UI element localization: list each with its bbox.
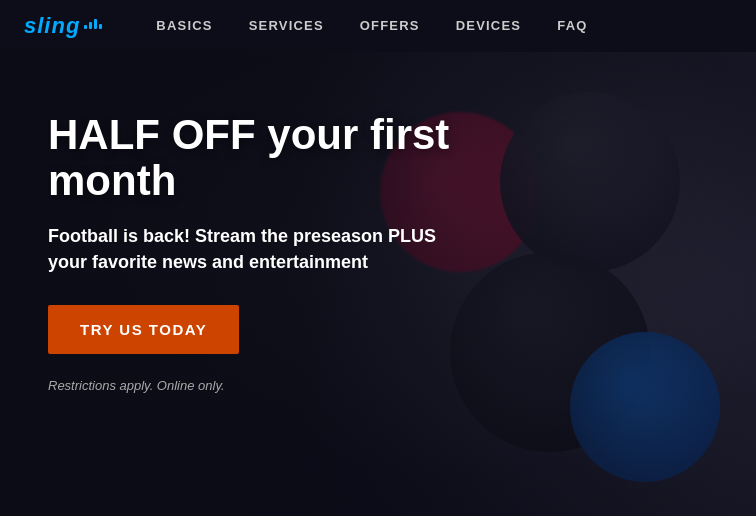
hero-title: HALF OFF your first month: [48, 112, 568, 204]
nav-item-devices[interactable]: DEVICES: [438, 0, 539, 52]
nav-item-faq[interactable]: FAQ: [539, 0, 605, 52]
logo-text: sling: [24, 13, 80, 39]
nav-item-services[interactable]: SERVICES: [231, 0, 342, 52]
nav-link-faq[interactable]: FAQ: [539, 0, 605, 52]
nav-links: BASICS SERVICES OFFERS DEVICES FAQ: [138, 0, 605, 52]
nav-link-offers[interactable]: OFFERS: [342, 0, 438, 52]
nav-link-basics[interactable]: BASICS: [138, 0, 230, 52]
navbar: sling BASICS SERVICES OFFERS DEVICES FAQ: [0, 0, 756, 52]
hero-content: HALF OFF your first month Football is ba…: [48, 112, 568, 393]
logo-signal-icon: [84, 19, 102, 29]
restrictions-text: Restrictions apply. Online only.: [48, 378, 568, 393]
nav-item-offers[interactable]: OFFERS: [342, 0, 438, 52]
nav-item-basics[interactable]: BASICS: [138, 0, 230, 52]
cta-button[interactable]: TRY US TODAY: [48, 305, 239, 354]
nav-link-services[interactable]: SERVICES: [231, 0, 342, 52]
hero-section: HALF OFF your first month Football is ba…: [0, 52, 756, 516]
hero-subtitle: Football is back! Stream the preseason P…: [48, 224, 468, 274]
nav-link-devices[interactable]: DEVICES: [438, 0, 539, 52]
logo[interactable]: sling: [24, 13, 102, 39]
